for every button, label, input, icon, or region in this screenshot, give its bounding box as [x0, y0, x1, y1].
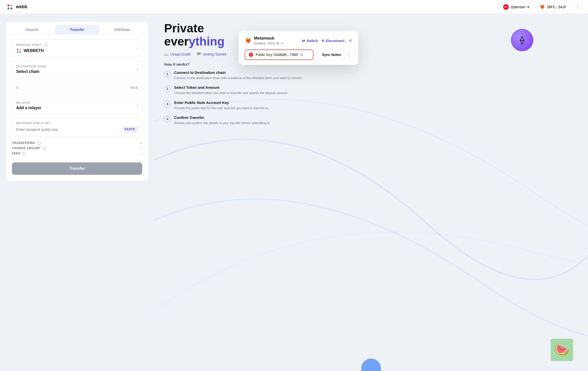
- recipient-row: PASTE: [16, 126, 138, 133]
- fees-label: FEES i: [12, 152, 26, 155]
- wallet-address: 58FC...541F: [547, 5, 566, 9]
- disconnect-button[interactable]: ⎋ Disconnect: [322, 39, 344, 43]
- recipient-input[interactable]: [16, 127, 122, 132]
- change-amount-label: CHANGE AMOUNT i: [12, 146, 46, 150]
- svg-point-2: [7, 7, 9, 9]
- recipient-label: RECIPIENT PUBLIC KEY: [16, 122, 138, 125]
- flag-icon: 🏁: [197, 52, 201, 56]
- info-icon: i: [44, 43, 48, 46]
- svg-point-0: [7, 4, 9, 6]
- step-desc-1: Connect to the destination chain with a …: [174, 76, 303, 81]
- nft-character: 🍉: [551, 339, 573, 361]
- metamask-popup: 🦊 Metamask 0x58fcd...f541f ⧉ ↗ ⇄ Switch: [239, 31, 358, 65]
- getting-started-link[interactable]: 🏁 Getting Started: [197, 52, 226, 56]
- destination-chain-value: Select chain: [16, 69, 46, 74]
- nav-right: OP Optimism ▾ 🦊 58FC...541F ⋮: [499, 2, 582, 11]
- form-card: Deposit Transfer Withdraw BRIDGING ASSET…: [6, 22, 148, 181]
- info-icon-2: i: [37, 141, 41, 145]
- step-num-4: 4: [164, 116, 171, 122]
- right-content: Private everything 📖 Usage Guide 🏁 Getti…: [164, 22, 578, 126]
- chevron-right-icon-2: ›: [137, 67, 138, 72]
- main-layout: Deposit Transfer Withdraw BRIDGING ASSET…: [0, 14, 588, 371]
- step-content-2: Select Token and Amount Choose the shiel…: [174, 85, 288, 95]
- webb-logo-icon: [6, 3, 14, 11]
- step-desc-2: Choose the shielded token you want to tr…: [174, 91, 288, 95]
- wallet-button[interactable]: 🦊 58FC...541F: [536, 2, 570, 11]
- step-content-3: Enter Public Note Account Key Provide th…: [174, 100, 269, 111]
- copy-pubkey-icon[interactable]: ⧉: [300, 53, 303, 57]
- svg-point-7: [19, 51, 21, 53]
- chevron-right-icon-3: ›: [137, 103, 138, 108]
- step-num-2: 2: [164, 86, 171, 92]
- external-link-icon[interactable]: ↗: [281, 42, 284, 46]
- step-title-2: Select Token and Amount: [174, 85, 288, 90]
- svg-point-5: [19, 49, 21, 50]
- svg-point-6: [17, 51, 18, 53]
- more-menu-button[interactable]: ⋮: [573, 3, 582, 11]
- chain-icon: OP: [503, 4, 509, 10]
- relayer-label: RELAYER: [16, 101, 41, 104]
- three-dots-button[interactable]: ⋮: [346, 52, 352, 57]
- transferring-value: --: [140, 141, 142, 145]
- webbeth-icon: [16, 48, 22, 53]
- disconnect-icon: ⎋: [322, 39, 324, 43]
- step-desc-4: Review and confirm the details of your t…: [174, 121, 270, 126]
- svg-point-1: [10, 4, 12, 6]
- close-popup-button[interactable]: ✕: [348, 38, 352, 44]
- destination-chain-section[interactable]: DESTINATION CHAIN Select chain ›: [12, 61, 142, 78]
- relayer-value: Add a relayer: [16, 106, 41, 110]
- change-amount-row: CHANGE AMOUNT i --: [12, 146, 142, 150]
- copy-address-icon[interactable]: ⧉: [277, 41, 279, 46]
- bridging-asset-value: WEBBETH: [16, 48, 48, 53]
- bridging-asset-section[interactable]: BRIDGING ASSET i WEBBETH: [12, 39, 142, 57]
- metamask-fox-icon: 🦊: [245, 38, 251, 44]
- public-key-box: Public Key: 0x08af6...73f65 ⧉: [245, 49, 313, 60]
- recipient-section: RECIPIENT PUBLIC KEY PASTE: [12, 118, 142, 136]
- step-desc-3: Provide the public key for the note acco…: [174, 106, 269, 111]
- tab-transfer[interactable]: Transfer: [55, 25, 99, 34]
- popup-actions: ⇄ Switch ⎋ Disconnect ✕: [302, 38, 352, 44]
- bridging-asset-label: BRIDGING ASSET i: [16, 43, 48, 46]
- fees-row: FEES i --: [12, 152, 142, 155]
- chain-button[interactable]: OP Optimism ▾: [499, 2, 533, 11]
- tab-deposit[interactable]: Deposit: [10, 25, 54, 34]
- steps-list: 1 Connect to Destination chain Connect t…: [164, 70, 578, 126]
- how-it-works-title: How it works?: [164, 62, 578, 66]
- svg-point-4: [17, 49, 18, 50]
- switch-button[interactable]: ⇄ Switch: [302, 38, 318, 43]
- fox-icon: 🦊: [539, 4, 545, 10]
- book-icon: 📖: [164, 52, 168, 56]
- popup-title-block: Metamask 0x58fcd...f541f ⧉ ↗: [254, 36, 284, 46]
- amount-row: MAX: [12, 82, 142, 93]
- popup-header: 🦊 Metamask 0x58fcd...f541f ⧉ ↗ ⇄ Switch: [245, 36, 352, 46]
- step-1: 1 Connect to Destination chain Connect t…: [164, 70, 578, 81]
- step-4: 4 Confirm Transfer Review and confirm th…: [164, 115, 578, 126]
- transfer-button[interactable]: Transfer: [12, 162, 142, 175]
- page-title: Private everything: [164, 22, 578, 48]
- transferring-row: TRANSFERING i --: [12, 141, 142, 145]
- usage-guide-link[interactable]: 📖 Usage Guide: [164, 52, 191, 56]
- step-2: 2 Select Token and Amount Choose the shi…: [164, 85, 578, 95]
- tab-withdraw[interactable]: Withdraw: [100, 25, 144, 34]
- chevron-down-icon: ▾: [527, 5, 529, 9]
- right-panel: ⟠ 🍉 Private everything 📖 Usage Guide 🏁 G…: [154, 14, 588, 371]
- chain-name: Optimism: [511, 5, 525, 9]
- transferring-label: TRANSFERING i: [12, 141, 41, 145]
- chevron-right-icon: ›: [137, 46, 138, 50]
- step-title-3: Enter Public Note Account Key: [174, 100, 269, 105]
- svg-point-3: [10, 7, 12, 9]
- sync-notes-button[interactable]: Sync Notes: [317, 50, 346, 59]
- amount-input[interactable]: [16, 85, 130, 90]
- metamask-address: 0x58fcd...f541f ⧉ ↗: [254, 41, 284, 46]
- fees-value: --: [140, 152, 142, 155]
- max-button[interactable]: MAX: [130, 86, 138, 90]
- info-rows: TRANSFERING i -- CHANGE AMOUNT i --: [12, 140, 142, 156]
- info-icon-4: i: [22, 152, 26, 155]
- paste-button[interactable]: PASTE: [122, 126, 138, 133]
- relayer-section[interactable]: RELAYER Add a relayer ›: [12, 97, 142, 114]
- tabs: Deposit Transfer Withdraw: [6, 22, 148, 34]
- info-icon-3: i: [43, 147, 46, 150]
- metamask-title: Metamask: [254, 36, 284, 41]
- public-key-label: Public Key: 0x08af6...73f65: [256, 53, 298, 57]
- topnav: webb OP Optimism ▾ 🦊 58FC...541F ⋮: [0, 0, 588, 14]
